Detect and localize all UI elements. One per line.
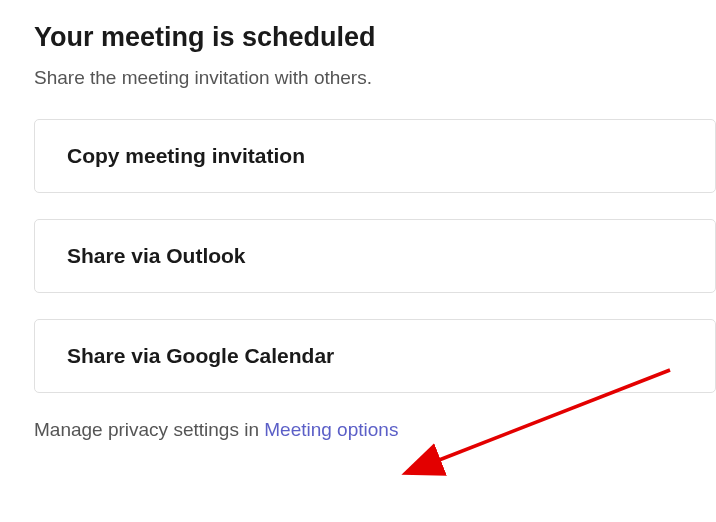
copy-invitation-label: Copy meeting invitation (67, 144, 305, 167)
copy-invitation-button[interactable]: Copy meeting invitation (34, 119, 716, 193)
page-title: Your meeting is scheduled (34, 22, 716, 53)
share-google-calendar-button[interactable]: Share via Google Calendar (34, 319, 716, 393)
footer-text: Manage privacy settings in Meeting optio… (34, 419, 716, 441)
footer-prefix: Manage privacy settings in (34, 419, 264, 440)
meeting-options-link[interactable]: Meeting options (264, 419, 398, 440)
share-outlook-label: Share via Outlook (67, 244, 246, 267)
share-outlook-button[interactable]: Share via Outlook (34, 219, 716, 293)
share-google-calendar-label: Share via Google Calendar (67, 344, 334, 367)
page-subtitle: Share the meeting invitation with others… (34, 67, 716, 89)
